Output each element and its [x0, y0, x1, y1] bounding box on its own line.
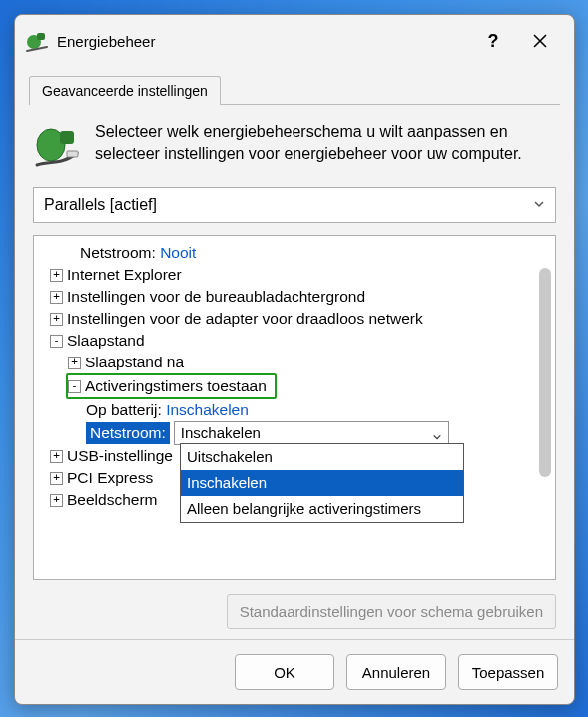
label: Beeldscherm — [67, 489, 157, 511]
dropdown-option[interactable]: Inschakelen — [181, 470, 463, 496]
app-icon — [25, 29, 49, 53]
expand-icon[interactable]: + — [50, 269, 63, 282]
expand-icon[interactable]: + — [50, 313, 63, 326]
tree-row-sleep[interactable]: - Slaapstand — [38, 330, 551, 352]
intro-text: Selecteer welk energiebeheerschema u wil… — [95, 121, 536, 169]
expand-icon[interactable]: + — [50, 472, 63, 485]
settings-tree-container: Netstroom: Nooit + Internet Explorer + I… — [33, 235, 556, 580]
label: PCI Express — [67, 467, 153, 489]
plugged-in-combobox[interactable]: Inschakelen — [174, 421, 449, 445]
power-plan-select[interactable]: Parallels [actief] — [33, 187, 556, 223]
label: Instellingen voor de adapter voor draadl… — [67, 308, 423, 330]
svg-rect-5 — [67, 151, 78, 157]
help-button[interactable]: ? — [482, 31, 504, 52]
titlebar-controls: ? — [482, 31, 564, 52]
value-link[interactable]: Inschakelen — [166, 399, 249, 421]
label: Op batterij: — [86, 399, 162, 421]
tab-advanced-settings[interactable]: Geavanceerde instellingen — [29, 76, 221, 105]
title-bar: Energiebeheer ? — [15, 15, 574, 65]
tree-scrollbar[interactable] — [539, 268, 551, 477]
highlighted-item: - Activeringstimers toestaan — [66, 373, 277, 399]
tree-row-wake-timers[interactable]: - Activeringstimers toestaan — [38, 373, 551, 399]
svg-rect-1 — [37, 33, 45, 40]
intro-section: Selecteer welk energiebeheerschema u wil… — [33, 121, 556, 169]
label: Slaapstand na — [85, 352, 184, 373]
tree-row-sleep-after[interactable]: + Slaapstand na — [38, 352, 551, 373]
tree-row-netstroom-top[interactable]: Netstroom: Nooit — [38, 242, 551, 264]
label: Netstroom: — [80, 242, 156, 264]
settings-tree[interactable]: Netstroom: Nooit + Internet Explorer + I… — [34, 236, 555, 579]
tree-row-wireless-adapter[interactable]: + Instellingen voor de adapter voor draa… — [38, 308, 551, 330]
tree-row-internet-explorer[interactable]: + Internet Explorer — [38, 264, 551, 286]
window-title: Energiebeheer — [57, 33, 482, 50]
expand-icon[interactable]: + — [50, 494, 63, 507]
collapse-icon[interactable]: - — [68, 380, 81, 393]
apply-button[interactable]: Toepassen — [458, 654, 558, 690]
power-options-window: Energiebeheer ? Geavanceerde instellinge… — [14, 14, 575, 705]
expand-icon[interactable]: + — [50, 291, 63, 304]
label: Instellingen voor de bureaubladachtergro… — [67, 286, 365, 308]
svg-rect-4 — [60, 131, 74, 144]
restore-defaults-button[interactable]: Standaardinstellingen voor schema gebrui… — [227, 594, 556, 629]
combo-value: Inschakelen — [181, 422, 261, 444]
tree-row-on-battery[interactable]: Op batterij: Inschakelen — [38, 399, 551, 421]
value-link[interactable]: Nooit — [160, 242, 196, 264]
battery-plug-icon — [33, 121, 81, 169]
label: USB-instellinge — [67, 445, 173, 467]
label: Activeringstimers toestaan — [85, 375, 267, 397]
tree-row-plugged-in[interactable]: Netstroom: Inschakelen — [38, 421, 551, 445]
label: Slaapstand — [67, 330, 145, 352]
selected-label: Netstroom: — [86, 422, 170, 444]
close-button[interactable] — [532, 33, 554, 49]
chevron-down-icon — [533, 196, 545, 214]
expand-icon[interactable]: + — [68, 357, 81, 369]
collapse-icon[interactable]: - — [50, 335, 63, 348]
dialog-body: Selecteer welk energiebeheerschema u wil… — [15, 105, 574, 639]
wake-timer-dropdown[interactable]: Uitschakelen Inschakelen Alleen belangri… — [180, 443, 464, 523]
label: Internet Explorer — [67, 264, 182, 286]
dropdown-option[interactable]: Alleen belangrijke activeringstimers — [181, 496, 463, 522]
tab-bar: Geavanceerde instellingen — [29, 75, 560, 105]
expand-icon[interactable]: + — [50, 450, 63, 463]
power-plan-selected: Parallels [actief] — [44, 196, 157, 214]
dialog-footer: OK Annuleren Toepassen — [15, 639, 574, 704]
ok-button[interactable]: OK — [235, 654, 334, 690]
cancel-button[interactable]: Annuleren — [346, 654, 446, 690]
dropdown-option[interactable]: Uitschakelen — [181, 444, 463, 470]
tree-row-desktop-bg[interactable]: + Instellingen voor de bureaubladachterg… — [38, 286, 551, 308]
